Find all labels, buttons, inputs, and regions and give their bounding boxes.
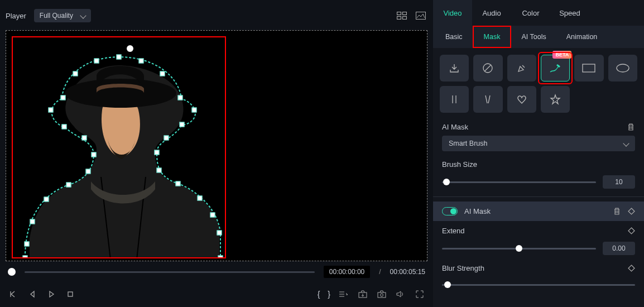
- marker-menu-button[interactable]: [338, 289, 349, 300]
- svg-rect-0: [397, 12, 401, 15]
- stop-button[interactable]: [65, 289, 76, 300]
- ai-mask-toggle[interactable]: [442, 207, 458, 215]
- blur-label: Blur Strength: [442, 264, 484, 272]
- mask-double-line-button[interactable]: [473, 86, 502, 113]
- mask-single-line-button[interactable]: [440, 86, 469, 113]
- play-backward-button[interactable]: [27, 289, 38, 300]
- preview-viewport[interactable]: [6, 30, 427, 261]
- chevron-down-icon: [623, 140, 629, 146]
- mask-handle[interactable]: [30, 219, 35, 224]
- mask-handle[interactable]: [73, 71, 78, 76]
- mask-brush-button[interactable]: BETA: [541, 55, 570, 81]
- mask-handle[interactable]: [164, 136, 169, 141]
- tab-speed[interactable]: Speed: [550, 0, 589, 26]
- mask-handle[interactable]: [217, 231, 222, 236]
- mask-handle[interactable]: [94, 59, 99, 64]
- svg-rect-1: [403, 12, 407, 15]
- mask-handle[interactable]: [218, 256, 223, 259]
- svg-rect-12: [378, 292, 386, 298]
- quality-dropdown[interactable]: Full Quality: [34, 9, 91, 22]
- ai-mask-keyframe-button[interactable]: [628, 208, 635, 215]
- mask-ellipse-button[interactable]: [608, 55, 637, 81]
- extend-slider[interactable]: [442, 243, 596, 254]
- export-frame-button[interactable]: [357, 289, 368, 300]
- mask-pen-button[interactable]: [507, 55, 536, 81]
- svg-line-15: [484, 65, 491, 71]
- extend-label: Extend: [442, 227, 464, 235]
- mask-handle[interactable]: [117, 55, 122, 60]
- mask-handle[interactable]: [49, 108, 54, 113]
- mask-handle[interactable]: [86, 169, 91, 174]
- mask-rectangle-button[interactable]: [574, 55, 603, 81]
- blur-keyframe-button[interactable]: [628, 265, 635, 272]
- mask-handle[interactable]: [23, 256, 28, 259]
- mask-handle[interactable]: [25, 242, 30, 247]
- sub-tabs: Basic Mask AI Tools Animation: [433, 26, 644, 48]
- timecode-duration: 00:00:05:15: [390, 268, 425, 276]
- mask-heart-button[interactable]: [507, 86, 536, 113]
- fullscreen-button[interactable]: [414, 289, 425, 300]
- mask-handle[interactable]: [62, 124, 67, 129]
- subtab-mask[interactable]: Mask: [473, 26, 512, 48]
- mask-handle[interactable]: [180, 122, 185, 127]
- mask-none-button[interactable]: [473, 55, 502, 81]
- play-button[interactable]: [46, 289, 57, 300]
- mask-handle[interactable]: [66, 183, 71, 188]
- prev-frame-button[interactable]: [8, 289, 19, 300]
- selection-bounding-box: [12, 36, 226, 258]
- svg-rect-4: [416, 12, 426, 20]
- ai-mask-row-label: AI Mask: [464, 207, 606, 215]
- timecode-current[interactable]: 00:00:00:00: [324, 266, 370, 278]
- mask-handle[interactable]: [192, 108, 197, 113]
- seek-track[interactable]: [25, 271, 315, 273]
- mask-handle[interactable]: [157, 168, 162, 173]
- mask-handle[interactable]: [178, 95, 183, 100]
- picture-icon[interactable]: [414, 9, 427, 22]
- delete-mask-button[interactable]: [627, 123, 635, 131]
- tab-audio[interactable]: Audio: [472, 0, 511, 26]
- mask-handle[interactable]: [139, 59, 144, 64]
- mask-handle[interactable]: [92, 152, 97, 157]
- volume-button[interactable]: [395, 289, 406, 300]
- mask-handle[interactable]: [155, 150, 160, 155]
- snapshot-button[interactable]: [376, 289, 387, 300]
- mask-import-button[interactable]: [440, 55, 469, 81]
- subtab-animation[interactable]: Animation: [556, 26, 608, 48]
- mask-handle[interactable]: [82, 136, 87, 141]
- masked-subject: [13, 37, 226, 258]
- mask-type-value: Smart Brush: [449, 140, 487, 147]
- tab-color[interactable]: Color: [511, 0, 550, 26]
- extend-value[interactable]: 0.00: [603, 242, 635, 255]
- svg-rect-3: [403, 17, 407, 20]
- mask-star-button[interactable]: [541, 86, 570, 113]
- svg-line-20: [486, 95, 487, 103]
- svg-point-17: [617, 64, 629, 72]
- quality-value: Full Quality: [40, 12, 73, 20]
- mask-handle[interactable]: [61, 95, 66, 100]
- tab-video[interactable]: Video: [433, 0, 472, 26]
- svg-point-5: [65, 79, 176, 108]
- grid-view-icon[interactable]: [395, 9, 408, 22]
- mask-type-dropdown[interactable]: Smart Brush: [442, 136, 635, 151]
- mask-handle[interactable]: [176, 181, 181, 186]
- beta-badge: BETA: [552, 51, 571, 59]
- extend-keyframe-button[interactable]: [628, 227, 635, 234]
- mark-out-button[interactable]: }: [328, 290, 330, 299]
- subtab-basic[interactable]: Basic: [435, 26, 473, 48]
- subtab-aitools[interactable]: AI Tools: [511, 26, 556, 48]
- mask-handle[interactable]: [160, 71, 165, 76]
- mask-handle[interactable]: [210, 213, 215, 218]
- brush-size-value[interactable]: 10: [603, 175, 635, 189]
- ai-mask-title: AI Mask: [442, 123, 468, 131]
- main-tabs: Video Audio Color Speed: [433, 0, 644, 26]
- brush-size-label: Brush Size: [442, 160, 635, 169]
- brush-size-slider[interactable]: [442, 176, 596, 188]
- mark-in-button[interactable]: {: [318, 290, 320, 299]
- playhead[interactable]: [8, 268, 16, 276]
- mask-handle[interactable]: [44, 197, 49, 202]
- ai-mask-delete-button[interactable]: [613, 207, 621, 215]
- mask-handle[interactable]: [198, 196, 203, 201]
- blur-slider[interactable]: [442, 279, 635, 290]
- mask-rotation-handle[interactable]: [127, 45, 133, 52]
- svg-point-13: [381, 294, 383, 296]
